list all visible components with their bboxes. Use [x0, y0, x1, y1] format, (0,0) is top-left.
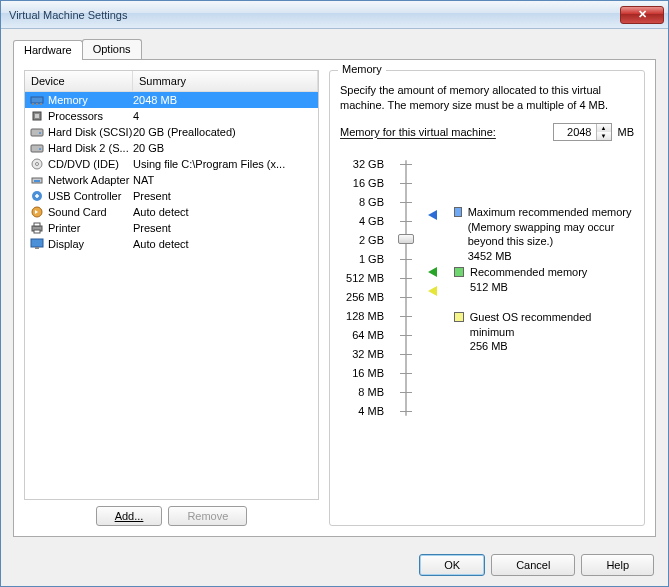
device-row[interactable]: Hard Disk 2 (S...20 GB	[25, 140, 318, 156]
scale-rail	[405, 160, 407, 416]
device-name: Hard Disk 2 (S...	[48, 142, 133, 154]
device-row[interactable]: Memory2048 MB	[25, 92, 318, 108]
scale-tick	[400, 164, 412, 165]
ok-button[interactable]: OK	[419, 554, 485, 576]
device-name: Hard Disk (SCSI)	[48, 126, 133, 138]
scale-tick-label: 1 GB	[340, 250, 384, 269]
device-name: Processors	[48, 110, 133, 122]
legend-min: Guest OS recommended minimum 256 MB	[454, 310, 634, 355]
svg-point-9	[39, 148, 41, 150]
tab-hardware[interactable]: Hardware	[13, 40, 83, 60]
remove-button[interactable]: Remove	[168, 506, 247, 526]
cd-icon	[29, 157, 45, 171]
svg-rect-2	[36, 103, 38, 105]
col-header-device[interactable]: Device	[25, 71, 133, 91]
legend-max-swatch	[454, 207, 462, 217]
legend-max-label: Maximum recommended memory	[468, 205, 634, 220]
legend-rec-swatch	[454, 267, 464, 277]
device-name: USB Controller	[48, 190, 133, 202]
device-row[interactable]: Sound CardAuto detect	[25, 204, 318, 220]
device-summary: Using file C:\Program Files (x...	[133, 158, 318, 170]
device-row[interactable]: Hard Disk (SCSI)20 GB (Preallocated)	[25, 124, 318, 140]
svg-rect-18	[34, 230, 40, 233]
scale-tick-label: 32 MB	[340, 345, 384, 364]
tab-options[interactable]: Options	[82, 39, 142, 59]
device-row[interactable]: Network AdapterNAT	[25, 172, 318, 188]
device-rows: Memory2048 MBProcessors4Hard Disk (SCSI)…	[25, 92, 318, 252]
device-summary: Present	[133, 222, 318, 234]
add-button[interactable]: Add...	[96, 506, 163, 526]
svg-rect-19	[31, 239, 43, 247]
net-icon	[29, 173, 45, 187]
display-icon	[29, 237, 45, 251]
device-row[interactable]: USB ControllerPresent	[25, 188, 318, 204]
spinner-buttons: ▲ ▼	[596, 124, 611, 140]
memory-spinner[interactable]: ▲ ▼	[553, 123, 612, 141]
scale-tick-label: 16 GB	[340, 174, 384, 193]
memory-desc: Specify the amount of memory allocated t…	[340, 83, 634, 113]
marker-max	[428, 210, 437, 220]
sound-icon	[29, 205, 45, 219]
close-icon: ✕	[638, 8, 647, 21]
svg-rect-6	[31, 129, 43, 136]
device-summary: 20 GB	[133, 142, 318, 154]
legend-max: Maximum recommended memory (Memory swapp…	[454, 205, 634, 264]
memory-input-row: Memory for this virtual machine: ▲ ▼ MB	[340, 123, 634, 141]
scale-tick	[400, 297, 412, 298]
close-button[interactable]: ✕	[620, 6, 664, 24]
device-row[interactable]: DisplayAuto detect	[25, 236, 318, 252]
svg-rect-13	[34, 180, 40, 182]
svg-point-7	[39, 132, 41, 134]
device-summary: Auto detect	[133, 206, 318, 218]
help-button[interactable]: Help	[581, 554, 654, 576]
scale-thumb[interactable]	[398, 234, 414, 244]
device-name: Printer	[48, 222, 133, 234]
window-title: Virtual Machine Settings	[9, 9, 620, 21]
memory-input-label: Memory for this virtual machine:	[340, 126, 496, 138]
titlebar[interactable]: Virtual Machine Settings ✕	[1, 1, 668, 29]
scale-tick-label: 4 GB	[340, 212, 384, 231]
legend-max-value: 3452 MB	[468, 249, 634, 264]
legend-rec: Recommended memory 512 MB	[454, 265, 587, 295]
svg-rect-17	[34, 223, 40, 226]
device-row[interactable]: PrinterPresent	[25, 220, 318, 236]
legend-rec-label: Recommended memory	[470, 265, 587, 280]
device-table-header: Device Summary	[25, 71, 318, 92]
device-name: Sound Card	[48, 206, 133, 218]
hdd-icon	[29, 125, 45, 139]
svg-rect-1	[32, 103, 34, 105]
memory-input[interactable]	[554, 124, 596, 140]
spinner-down[interactable]: ▼	[597, 132, 611, 140]
scale-tick-label: 64 MB	[340, 326, 384, 345]
device-panel: Device Summary Memory2048 MBProcessors4H…	[24, 70, 319, 526]
device-table: Device Summary Memory2048 MBProcessors4H…	[24, 70, 319, 500]
scale-track[interactable]	[394, 155, 418, 421]
device-name: CD/DVD (IDE)	[48, 158, 133, 170]
device-summary: NAT	[133, 174, 318, 186]
device-row[interactable]: Processors4	[25, 108, 318, 124]
scale-labels: 32 GB16 GB8 GB4 GB2 GB1 GB512 MB256 MB12…	[340, 155, 384, 421]
usb-icon	[29, 189, 45, 203]
memory-scale: 32 GB16 GB8 GB4 GB2 GB1 GB512 MB256 MB12…	[340, 155, 634, 421]
scale-tick	[400, 183, 412, 184]
device-name: Memory	[48, 94, 133, 106]
col-header-summary[interactable]: Summary	[133, 71, 318, 91]
legend-min-value: 256 MB	[470, 339, 634, 354]
memory-unit: MB	[618, 126, 635, 138]
scale-tick-label: 32 GB	[340, 155, 384, 174]
scale-tick	[400, 354, 412, 355]
legend-max-note: (Memory swapping may occur beyond this s…	[468, 220, 634, 250]
svg-point-11	[36, 163, 39, 166]
spinner-up[interactable]: ▲	[597, 124, 611, 132]
memory-icon	[29, 93, 45, 107]
settings-window: Virtual Machine Settings ✕ Hardware Opti…	[0, 0, 669, 587]
cancel-button[interactable]: Cancel	[491, 554, 575, 576]
device-row[interactable]: CD/DVD (IDE)Using file C:\Program Files …	[25, 156, 318, 172]
memory-group-title: Memory	[338, 63, 386, 75]
scale-tick	[400, 278, 412, 279]
memory-group: Memory Specify the amount of memory allo…	[329, 70, 645, 526]
scale-tick	[400, 202, 412, 203]
scale-tick-label: 8 GB	[340, 193, 384, 212]
marker-rec	[428, 267, 437, 277]
device-summary: Auto detect	[133, 238, 318, 250]
